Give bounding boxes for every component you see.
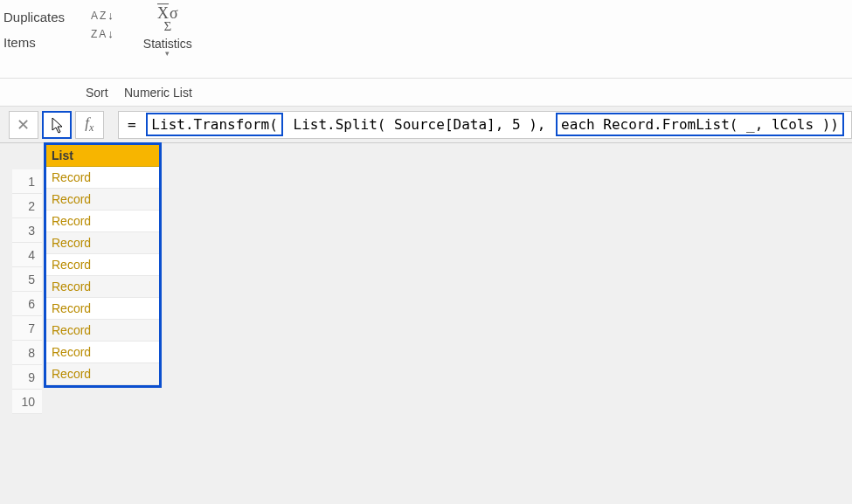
formula-input[interactable]: = List.Transform( List.Split( Source[Dat… — [118, 111, 852, 139]
row-number: 9 — [12, 365, 42, 390]
row-number: 7 — [12, 316, 42, 341]
list-item[interactable]: Record — [46, 232, 159, 254]
enter-button[interactable] — [42, 111, 72, 139]
row-number-gutter: 1 2 3 4 5 6 7 8 9 10 — [12, 169, 42, 414]
row-number: 8 — [12, 341, 42, 365]
row-number: 4 — [12, 243, 42, 267]
list-item[interactable]: Record — [46, 167, 159, 189]
group-label-sort: Sort — [86, 86, 121, 100]
list-item[interactable]: Record — [46, 276, 159, 298]
ribbon: Duplicates Items AZ↓ ZA↓ Xσ Σ Statistics… — [0, 0, 852, 79]
fx-icon: fx — [85, 114, 94, 135]
sort-asc-icon[interactable]: AZ↓ — [91, 9, 114, 22]
group-label-numeric-list: Numeric List — [124, 86, 192, 100]
list-item[interactable]: Record — [46, 298, 159, 320]
duplicates-label: Duplicates — [3, 5, 86, 31]
ribbon-group-labels: Sort Numeric List — [0, 79, 852, 107]
formula-segment-transform: List.Transform( — [146, 113, 283, 136]
fx-button[interactable]: fx — [75, 111, 105, 139]
row-number: 2 — [12, 194, 42, 218]
list-item[interactable]: Record — [46, 189, 159, 211]
row-number: 1 — [12, 169, 42, 194]
row-number: 3 — [12, 218, 42, 243]
list-item[interactable]: Record — [46, 211, 159, 232]
row-number: 6 — [12, 292, 42, 316]
chevron-down-icon[interactable]: ▾ — [165, 49, 170, 58]
grid-area: List Record Record Record Record Record … — [0, 142, 852, 388]
row-number: 10 — [12, 390, 42, 414]
ribbon-group-statistics[interactable]: Xσ Σ Statistics ▾ — [143, 5, 192, 58]
list-item[interactable]: Record — [46, 363, 159, 385]
formula-segment-each: each Record.FromList( _, lCols )) — [556, 113, 844, 136]
cancel-button[interactable]: ✕ — [9, 111, 38, 139]
formula-segment-split: List.Split( Source[Data], 5 ), — [283, 113, 556, 136]
statistics-icon[interactable]: Xσ Σ — [157, 5, 178, 33]
close-icon: ✕ — [17, 115, 30, 135]
formula-bar: ✕ fx = List.Transform( List.Split( Sourc… — [0, 107, 852, 143]
list-item[interactable]: Record — [46, 342, 159, 363]
sort-desc-icon[interactable]: ZA↓ — [91, 27, 114, 40]
ribbon-group-sort: AZ↓ ZA↓ — [91, 5, 114, 40]
column-header-list[interactable]: List — [46, 145, 159, 167]
ribbon-left-labels: Duplicates Items — [0, 5, 86, 55]
sort-icons[interactable]: AZ↓ ZA↓ — [91, 5, 114, 40]
cursor-icon — [52, 117, 62, 133]
row-number: 5 — [12, 267, 42, 292]
list-item[interactable]: Record — [46, 254, 159, 276]
formula-prefix: = — [126, 113, 146, 136]
items-label: Items — [3, 31, 86, 56]
list-item[interactable]: Record — [46, 320, 159, 342]
results-grid: List Record Record Record Record Record … — [44, 142, 162, 388]
